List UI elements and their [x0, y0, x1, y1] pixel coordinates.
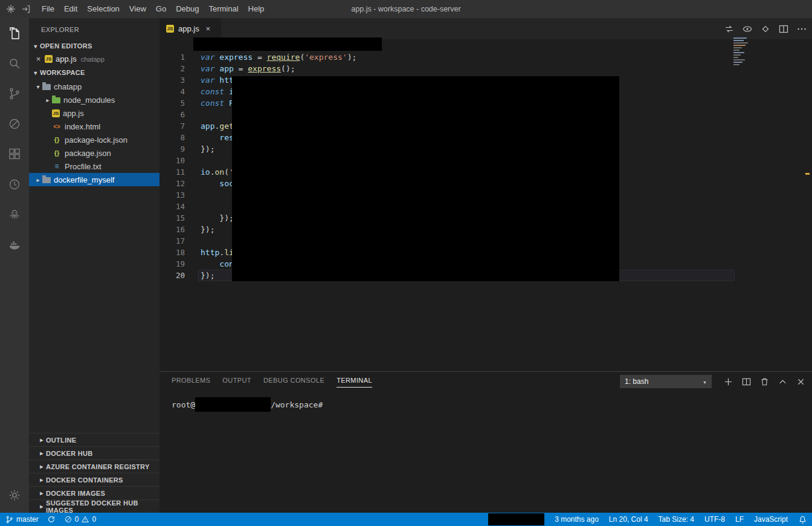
source-control-icon[interactable] [0, 79, 29, 109]
line-content: io.on(' [201, 166, 234, 178]
eol-status[interactable]: LF [735, 515, 744, 524]
sync-button[interactable] [47, 515, 56, 524]
indentation-status[interactable]: Tab Size: 4 [659, 515, 694, 524]
terminal-prompt[interactable]: root@ /workspace# [172, 397, 323, 412]
debug-icon[interactable] [0, 109, 29, 139]
line-number: 15 [160, 212, 185, 224]
tree-item-label: dockerfile_myself [54, 175, 114, 184]
line-number: 4 [160, 86, 185, 97]
warning-icon [81, 515, 89, 524]
open-editors-header[interactable]: OPEN EDITORS [29, 40, 160, 52]
js-file-icon [52, 109, 60, 117]
tree-item-app-js[interactable]: app.js [29, 106, 160, 120]
notifications-button[interactable] [798, 515, 807, 524]
app-logo [0, 4, 37, 14]
problems-status[interactable]: 0 0 [64, 515, 96, 524]
line-number: 19 [160, 258, 185, 270]
menu-help[interactable]: Help [243, 0, 269, 18]
panel-controls: 1: bash [620, 375, 806, 388]
line-content: }); [201, 270, 214, 281]
sparkle-icon [6, 4, 16, 14]
git-status-icon[interactable] [760, 24, 771, 34]
folder-file-icon [42, 84, 51, 90]
octopus-icon[interactable] [0, 200, 29, 230]
minimap[interactable] [733, 37, 755, 69]
compare-changes-icon[interactable] [724, 24, 735, 34]
open-editor-item[interactable]: app.js chatapp [29, 53, 160, 65]
twisty-collapsed-icon [37, 490, 46, 496]
activity-bar-top [0, 18, 29, 260]
go-forward-icon [21, 4, 31, 14]
explorer-icon[interactable] [0, 18, 29, 48]
settings-gear-icon[interactable] [0, 478, 29, 513]
workspace-header[interactable]: WORKSPACE [29, 67, 160, 79]
tree-item-procfile-txt[interactable]: Procfile.txt [29, 160, 160, 173]
tree-item-label: index.html [65, 122, 100, 131]
timestamp-status[interactable]: 3 months ago [555, 515, 599, 524]
redaction-box [232, 76, 619, 281]
history-icon[interactable] [0, 169, 29, 200]
terminal-shell-select[interactable]: 1: bash [620, 375, 712, 388]
line-content: const P [201, 97, 234, 109]
git-branch-status[interactable]: master [5, 515, 39, 524]
menu-view[interactable]: View [124, 0, 151, 18]
open-editor-file: app.js [56, 54, 77, 63]
close-panel-icon[interactable] [796, 377, 806, 387]
section-outline[interactable]: OUTLINE [29, 433, 160, 446]
menu-edit[interactable]: Edit [59, 0, 82, 18]
open-preview-icon[interactable] [742, 24, 753, 34]
tree-item-index-html[interactable]: index.html [29, 120, 160, 133]
panel-tab-terminal[interactable]: TERMINAL [337, 377, 372, 388]
tree-item-chatapp[interactable]: chatapp [29, 80, 160, 93]
menu-debug[interactable]: Debug [171, 0, 204, 18]
twisty-collapsed-icon [37, 450, 46, 456]
new-terminal-icon[interactable] [723, 377, 733, 387]
split-terminal-icon[interactable] [741, 377, 752, 387]
menu-file[interactable]: File [37, 0, 59, 18]
tree-item-dockerfile-myself[interactable]: dockerfile_myself [29, 173, 160, 186]
twisty-expanded-icon [31, 43, 40, 50]
menu-go[interactable]: Go [151, 0, 171, 18]
tree-item-package-json[interactable]: package.json [29, 146, 160, 160]
tree-item-package-lock-json[interactable]: package-lock.json [29, 133, 160, 146]
split-editor-icon[interactable] [778, 24, 789, 34]
section-suggested-docker-hub-images[interactable]: SUGGESTED DOCKER HUB IMAGES [29, 499, 160, 513]
panel-tab-problems[interactable]: PROBLEMS [172, 377, 210, 388]
kill-terminal-icon[interactable] [759, 377, 770, 387]
close-editor-icon[interactable] [34, 54, 43, 63]
docker-icon[interactable] [0, 230, 29, 260]
code-line-1[interactable]: 1var express = require('express'); [160, 51, 356, 63]
title-bar: FileEditSelectionViewGoDebugTerminalHelp… [0, 0, 812, 18]
chevron-down-icon [703, 377, 707, 386]
extensions-icon[interactable] [0, 139, 29, 169]
menu-selection[interactable]: Selection [82, 0, 124, 18]
redaction-box [195, 397, 271, 412]
section-docker-hub[interactable]: DOCKER HUB [29, 446, 160, 459]
panel-tab-debug-console[interactable]: DEBUG CONSOLE [263, 377, 324, 388]
twisty-expanded-icon [34, 83, 42, 90]
more-actions-icon[interactable] [796, 24, 807, 34]
section-docker-images[interactable]: DOCKER IMAGES [29, 486, 160, 499]
section-azure-container-registry[interactable]: AZURE CONTAINER REGISTRY [29, 459, 160, 473]
branch-name: master [16, 515, 39, 524]
language-status[interactable]: JavaScript [754, 515, 788, 524]
code-line-2[interactable]: 2var app = express(); [160, 63, 356, 74]
search-icon[interactable] [0, 48, 29, 79]
section-docker-containers[interactable]: DOCKER CONTAINERS [29, 473, 160, 486]
close-tab-icon[interactable] [204, 24, 213, 33]
tree-item-node-modules[interactable]: node_modules [29, 93, 160, 106]
line-number: 16 [160, 224, 185, 235]
menu-terminal[interactable]: Terminal [204, 0, 243, 18]
tab-app-js[interactable]: app.js [160, 18, 221, 39]
line-number: 11 [160, 166, 185, 178]
maximize-panel-icon[interactable] [778, 377, 788, 387]
encoding-status[interactable]: UTF-8 [704, 515, 725, 524]
panel-tab-output[interactable]: OUTPUT [222, 377, 251, 388]
line-content: }); [201, 212, 234, 224]
error-count: 0 [75, 515, 79, 524]
status-left: master 0 0 [0, 515, 96, 524]
cursor-position-status[interactable]: Ln 20, Col 4 [609, 515, 648, 524]
line-content: soc [201, 178, 234, 189]
line-number: 5 [160, 97, 185, 109]
editor-actions [724, 18, 807, 39]
